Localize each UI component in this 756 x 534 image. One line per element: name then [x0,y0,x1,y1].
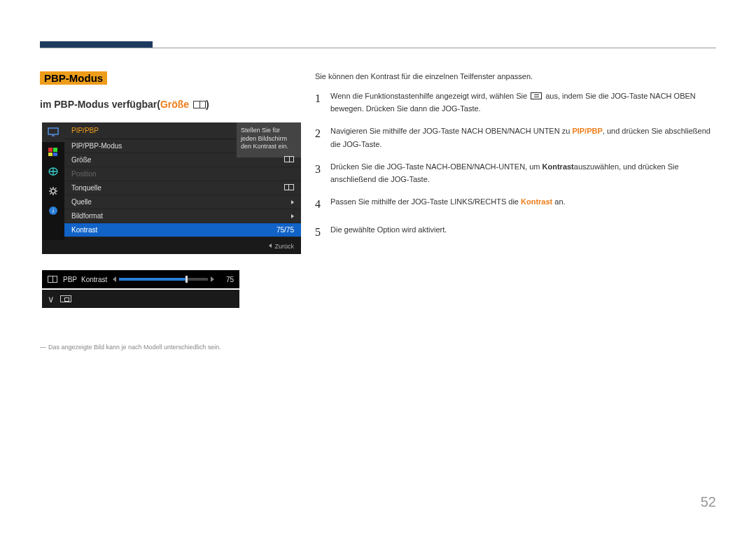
slider-mode-label: PBP [63,276,77,283]
sidebar-picture-icon [42,122,64,142]
svg-line-12 [55,193,57,195]
step-text: Passen Sie mithilfe der JOG-Taste LINKS/… [330,195,716,213]
pbp-mode-icon [48,276,57,283]
osd-row-label: Tonquelle [71,184,266,192]
menu-icon [531,92,542,99]
sidebar-color-icon [42,142,64,162]
osd-info-panel: Stellen Sie für jeden Bildschirm den Kon… [237,122,301,157]
pbp-icon [284,156,294,162]
osd-back-label: Zurück [274,243,294,250]
osd-row-value [266,212,294,220]
slider-value: 75 [220,276,234,283]
svg-rect-2 [48,148,52,152]
osd-row-value [266,198,294,206]
svg-rect-0 [48,128,58,134]
sidebar-settings-icon [42,181,64,201]
osd-back-row: Zurück [42,240,301,254]
osd-row-quelle[interactable]: Quelle [64,195,301,209]
step-5: 5Die gewählte Option wird aktiviert. [315,223,716,241]
footnote: ―Das angezeigte Bild kann je nach Modell… [40,344,221,351]
page-number: 52 [701,494,716,510]
osd-row-value: 75/75 [266,226,294,234]
submenu-arrow-icon [291,200,294,204]
step-text: Wenn die Funktionstastenhilfe angezeigt … [330,90,716,115]
footnote-text: Das angezeigte Bild kann je nach Modell … [48,344,221,351]
step-text: Navigieren Sie mithilfe der JOG-Taste NA… [330,125,716,150]
highlight-bold: Kontrast [542,162,574,171]
page-subtitle: im PBP-Modus verfügbar(Größe ) [40,99,209,110]
step-1: 1Wenn die Funktionstastenhilfe angezeigt… [315,90,716,115]
step-number: 1 [315,90,330,115]
svg-rect-4 [48,153,52,156]
sidebar-pip-icon [42,162,64,181]
intro-text: Sie können den Kontrast für die einzelne… [315,70,716,83]
step-4: 4Passen Sie mithilfe der JOG-Taste LINKS… [315,195,716,213]
instructions-column: Sie können den Kontrast für die einzelne… [315,70,716,252]
slider-right-arrow-icon [211,276,214,282]
svg-point-6 [51,189,55,193]
pbp-var-icon [284,184,294,190]
step-number: 4 [315,195,330,213]
subtitle-suffix: ) [206,99,209,110]
contrast-slider-bar: PBP Kontrast 75 [42,270,239,288]
svg-line-11 [50,188,52,190]
step-text: Drücken Sie die JOG-Taste NACH-OBEN/NACH… [330,160,716,185]
osd-row-label: Bildformat [71,212,266,220]
osd-row-label: Position [71,170,266,178]
header-rule [40,48,716,48]
svg-line-13 [50,193,52,195]
slider-track[interactable] [119,278,208,281]
step-3: 3Drücken Sie die JOG-Taste NACH-OBEN/NAC… [315,160,716,185]
subtitle-orange: Größe [160,99,189,110]
slider-label: Kontrast [81,276,107,283]
osd-row-kontrast[interactable]: Kontrast75/75 [64,223,301,237]
sidebar-empty [42,220,64,240]
osd-menu-screenshot: i Stellen Sie für jeden Bildschirm den K… [42,122,301,254]
osd-row-tonquelle[interactable]: Tonquelle [64,181,301,195]
back-arrow-icon [269,244,272,248]
highlight-orange: Kontrast [521,197,552,206]
step-text: Die gewählte Option wird aktiviert. [330,223,716,241]
sidebar-info-icon: i [42,201,64,220]
osd-row-value [266,184,294,192]
osd-row-label: Kontrast [71,226,266,234]
osd-row-bildformat[interactable]: Bildformat [64,209,301,223]
step-number: 5 [315,223,330,241]
osd-main: Stellen Sie für jeden Bildschirm den Kon… [64,122,301,237]
step-number: 3 [315,160,330,185]
key-guide-bar: ∨ [42,290,239,308]
step-number: 2 [315,125,330,150]
slider-left-arrow-icon [113,276,116,282]
osd-row-position[interactable]: Position [64,167,301,181]
pbp-size-icon [193,101,206,108]
submenu-arrow-icon [291,214,294,218]
svg-rect-3 [53,148,57,152]
osd-sidebar: i [42,122,64,240]
down-chevron-icon: ∨ [48,294,55,304]
page-title: PBP-Modus [40,71,107,85]
highlight-orange: PIP/PBP [572,127,602,135]
osd-row-label: Quelle [71,198,266,206]
subtitle-prefix: im PBP-Modus verfügbar( [40,99,160,110]
pip-return-icon [60,295,71,302]
svg-rect-5 [53,153,57,156]
step-2: 2Navigieren Sie mithilfe der JOG-Taste N… [315,125,716,150]
svg-line-14 [55,188,57,190]
